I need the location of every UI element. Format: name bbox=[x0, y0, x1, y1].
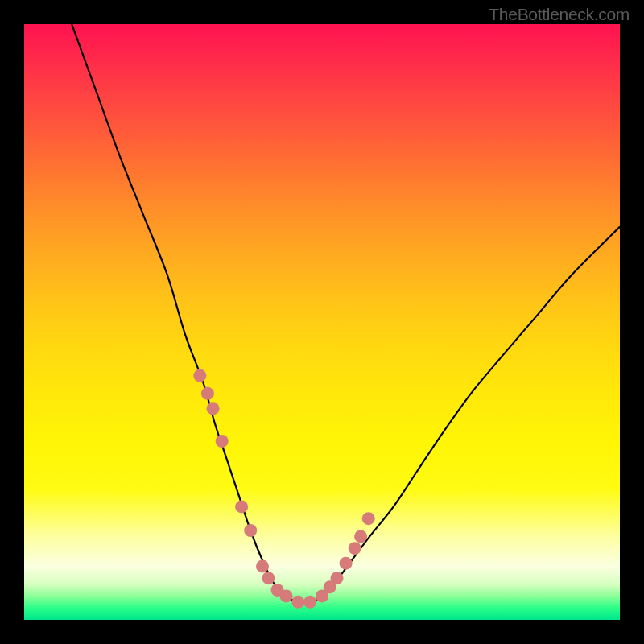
watermark-text: TheBottleneck.com bbox=[489, 5, 630, 24]
chart-marker bbox=[256, 559, 269, 572]
chart-marker bbox=[331, 572, 344, 584]
chart-plot-area bbox=[24, 24, 620, 620]
chart-marker bbox=[354, 530, 367, 543]
chart-svg bbox=[24, 24, 620, 620]
chart-marker bbox=[193, 369, 206, 382]
chart-marker bbox=[216, 435, 229, 448]
chart-marker bbox=[340, 557, 353, 570]
chart-markers bbox=[193, 369, 374, 609]
chart-marker bbox=[291, 596, 304, 609]
chart-marker bbox=[262, 572, 275, 584]
chart-marker bbox=[280, 589, 293, 602]
chart-marker bbox=[362, 512, 375, 525]
chart-marker bbox=[207, 402, 220, 415]
chart-marker bbox=[235, 500, 248, 513]
chart-marker bbox=[244, 524, 257, 537]
chart-marker bbox=[201, 387, 214, 400]
chart-marker bbox=[349, 542, 361, 555]
chart-curve bbox=[72, 24, 620, 603]
chart-marker bbox=[303, 596, 316, 609]
